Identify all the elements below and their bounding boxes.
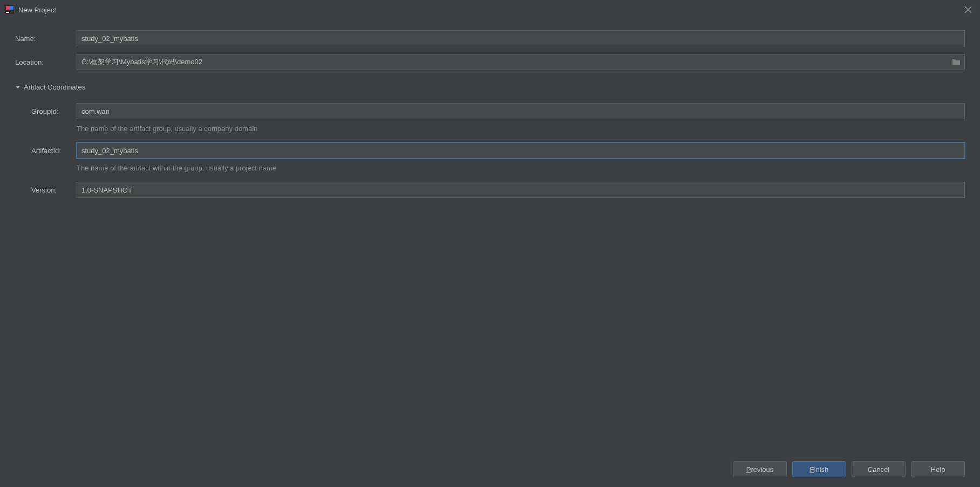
close-icon: [964, 6, 972, 13]
chevron-down-icon: [15, 85, 21, 90]
name-row: Name:: [15, 30, 965, 46]
artifactid-hint: The name of the artifact within the grou…: [77, 164, 965, 172]
close-button[interactable]: [963, 4, 974, 15]
cancel-button[interactable]: Cancel: [852, 461, 906, 477]
version-input[interactable]: [77, 182, 965, 198]
groupid-row: GroupId:: [31, 103, 965, 119]
location-label: Location:: [15, 58, 77, 66]
svg-rect-2: [10, 6, 13, 10]
previous-rest: revious: [751, 465, 773, 474]
dialog-content: Name: Location: Artifact Coordinates Gro…: [0, 19, 980, 198]
artifactid-label: ArtifactId:: [31, 147, 77, 155]
groupid-label: GroupId:: [31, 107, 77, 115]
artifact-coordinates-label: Artifact Coordinates: [24, 83, 85, 91]
artifact-coordinates-toggle[interactable]: Artifact Coordinates: [15, 83, 965, 91]
artifactid-input[interactable]: [77, 142, 965, 159]
location-row: Location:: [15, 54, 965, 70]
previous-button[interactable]: Previous: [733, 461, 787, 477]
window-title: New Project: [18, 6, 56, 14]
version-label: Version:: [31, 186, 77, 194]
app-icon: [5, 5, 14, 14]
location-input[interactable]: [77, 54, 965, 70]
folder-icon: [952, 58, 961, 66]
titlebar: New Project: [0, 0, 980, 19]
svg-rect-1: [6, 6, 10, 10]
button-bar: Previous Finish Cancel Help: [733, 461, 965, 477]
artifactid-row: ArtifactId:: [31, 142, 965, 159]
svg-rect-3: [6, 12, 9, 13]
groupid-hint: The name of the artifact group, usually …: [77, 125, 965, 133]
finish-button[interactable]: Finish: [792, 461, 846, 477]
artifact-coordinates-section: GroupId: The name of the artifact group,…: [15, 103, 965, 198]
groupid-input[interactable]: [77, 103, 965, 119]
browse-button[interactable]: [952, 58, 961, 66]
name-input[interactable]: [77, 30, 965, 46]
help-button[interactable]: Help: [911, 461, 965, 477]
version-row: Version:: [31, 182, 965, 198]
finish-rest: inish: [814, 465, 829, 474]
name-label: Name:: [15, 35, 77, 43]
